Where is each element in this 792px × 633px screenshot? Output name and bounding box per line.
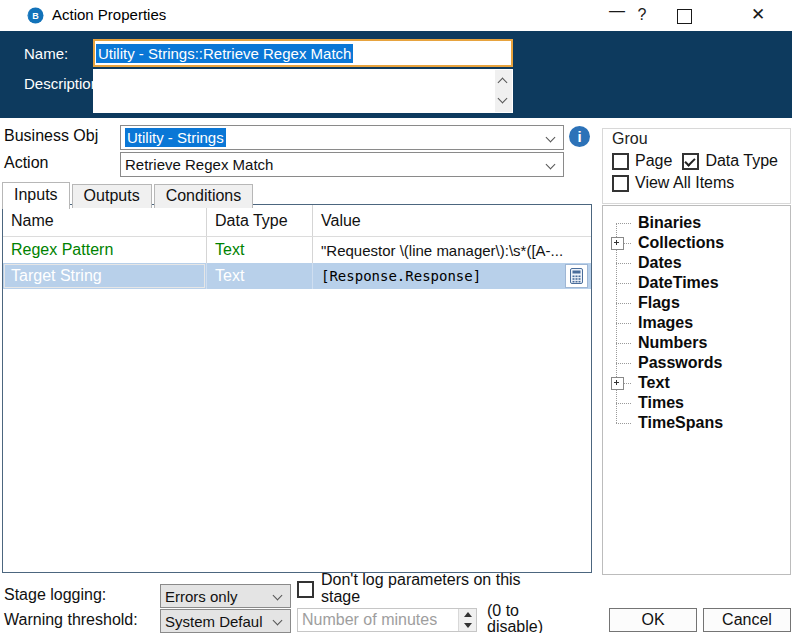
title-bar: B Action Properties — ? ✕ (0, 0, 792, 31)
spinner-buttons (458, 609, 476, 631)
input-type-cell: Text (206, 263, 312, 289)
view-all-items-checkbox-label: View All Items (635, 174, 734, 192)
action-value: Retrieve Regex Match (125, 156, 273, 173)
name-label: Name: (24, 45, 68, 62)
business-obj-label: Business Obj (4, 127, 98, 145)
scroll-up-icon[interactable] (499, 76, 507, 84)
spinner-up-icon[interactable] (459, 609, 476, 620)
cancel-button[interactable]: Cancel (703, 608, 791, 632)
svg-text:B: B (32, 11, 39, 21)
dont-log-parameters-checkbox[interactable] (297, 581, 314, 598)
group-by-row-2: View All Items (612, 174, 790, 192)
input-value-text: [Response.Response] (321, 268, 481, 284)
tree-item-numbers[interactable]: Numbers (603, 333, 790, 353)
input-name-cell: Regex Pattern (3, 237, 206, 263)
dont-log-parameters-label: Don't log parameters on this stage (321, 571, 535, 605)
tree-item-text[interactable]: Text (603, 373, 790, 393)
tree-item-label: Collections (638, 234, 724, 251)
page-checkbox[interactable] (612, 153, 629, 170)
tree-item-label: DateTimes (638, 274, 719, 291)
action-dropdown[interactable]: Retrieve Regex Match (120, 152, 564, 177)
tree-item-passwords[interactable]: Passwords (603, 353, 790, 373)
business-obj-dropdown[interactable]: Utility - Strings (120, 125, 564, 150)
input-name-cell: Target String (3, 263, 206, 289)
data-type-checkbox[interactable] (682, 153, 699, 170)
description-label: Description: (24, 75, 103, 92)
group-by-panel: Grou Page Data Type View All Items (602, 128, 791, 204)
disable-hint-line1: (0 to (487, 603, 543, 619)
calculator-icon (570, 268, 583, 284)
tree-item-collections[interactable]: Collections (603, 233, 790, 253)
chevron-down-icon (266, 592, 290, 600)
stage-logging-label: Stage logging: (4, 586, 106, 604)
tab-outputs[interactable]: Outputs (72, 184, 152, 208)
tree-item-label: Numbers (638, 334, 707, 351)
expand-plus-icon[interactable] (611, 237, 624, 250)
column-header-data-type: Data Type (206, 205, 312, 236)
business-obj-value: Utility - Strings (125, 128, 226, 147)
table-row[interactable]: Regex Pattern Text "Requestor \(line man… (3, 237, 591, 263)
minimize-icon[interactable]: — (604, 0, 630, 24)
tree-item-binaries[interactable]: Binaries (603, 213, 790, 233)
window-title: Action Properties (52, 6, 166, 23)
table-row[interactable]: Target String Text [Response.Response] (3, 263, 591, 289)
tree-item-dates[interactable]: Dates (603, 253, 790, 273)
page-checkbox-label: Page (635, 152, 672, 170)
tree-item-label: Text (638, 374, 670, 391)
scroll-down-icon[interactable] (499, 95, 507, 103)
stage-logging-value: Errors only (165, 588, 238, 605)
maximize-glyph (677, 9, 692, 24)
ok-button[interactable]: OK (609, 608, 697, 632)
table-header-row: Name Data Type Value (3, 205, 591, 237)
stage-logging-dropdown[interactable]: Errors only (160, 584, 291, 608)
description-textarea[interactable] (93, 69, 513, 113)
tab-conditions[interactable]: Conditions (154, 184, 254, 208)
column-header-value: Value (312, 205, 591, 236)
warning-threshold-label: Warning threshold: (4, 611, 138, 629)
tree-item-label: Passwords (638, 354, 722, 371)
blueprism-app-icon: B (27, 7, 44, 24)
chevron-down-icon (539, 161, 563, 169)
group-by-row-1: Page Data Type (612, 152, 790, 170)
help-icon[interactable]: ? (629, 2, 655, 28)
input-value-cell[interactable]: "Requestor \(line manager\):\s*([A-... (312, 237, 591, 263)
chevron-down-icon (539, 134, 563, 142)
name-value-selected-text: Utility - Strings::Retrieve Regex Match (96, 44, 353, 63)
dialog-header: Name: Utility - Strings::Retrieve Regex … (0, 31, 792, 118)
tree-item-label: TimeSpans (638, 414, 723, 431)
data-items-tree: Binaries Collections Dates DateTimes Fla… (602, 205, 791, 575)
maximize-icon[interactable] (671, 2, 697, 28)
input-value-cell[interactable]: [Response.Response] (312, 263, 591, 289)
chevron-down-icon (266, 617, 290, 625)
inputs-table: Name Data Type Value Regex Pattern Text … (2, 204, 592, 573)
expand-plus-icon[interactable] (611, 377, 624, 390)
action-properties-dialog: { "colors": { "header_bg": "#0d3a5e", "s… (0, 0, 792, 633)
tab-inputs[interactable]: Inputs (2, 182, 70, 209)
tree-item-label: Dates (638, 254, 682, 271)
group-by-label: Grou (612, 130, 790, 148)
minutes-spinner-label: Number of minutes (298, 611, 437, 629)
tree-item-datetimes[interactable]: DateTimes (603, 273, 790, 293)
view-all-items-checkbox[interactable] (612, 175, 629, 192)
tree-item-label: Times (638, 394, 684, 411)
warning-threshold-value: System Defaul (165, 613, 263, 630)
tree-item-images[interactable]: Images (603, 313, 790, 333)
description-scrollbar[interactable] (495, 70, 512, 112)
minutes-spinner[interactable]: Number of minutes (297, 608, 477, 632)
expression-editor-button[interactable] (565, 264, 588, 288)
close-icon[interactable]: ✕ (745, 2, 771, 28)
tab-strip: Inputs Outputs Conditions (2, 181, 255, 208)
name-input[interactable]: Utility - Strings::Retrieve Regex Match (93, 39, 513, 67)
tree-item-label: Flags (638, 294, 680, 311)
column-header-name: Name (3, 205, 206, 236)
input-type-cell: Text (206, 237, 312, 263)
spinner-down-icon[interactable] (459, 620, 476, 631)
warning-threshold-dropdown[interactable]: System Defaul (160, 609, 291, 633)
data-type-checkbox-label: Data Type (705, 152, 778, 170)
info-icon[interactable]: i (569, 126, 590, 147)
disable-hint: (0 to disable) (487, 603, 543, 633)
tree-item-flags[interactable]: Flags (603, 293, 790, 313)
tree-item-label: Images (638, 314, 693, 331)
tree-item-times[interactable]: Times (603, 393, 790, 413)
tree-item-timespans[interactable]: TimeSpans (603, 413, 790, 433)
